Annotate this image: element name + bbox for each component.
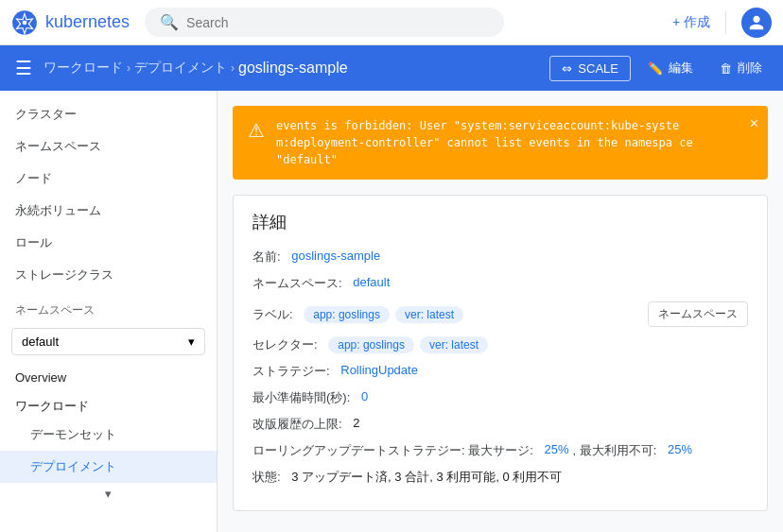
selector-tag-app: app: goslings — [328, 336, 414, 353]
labels-tags: app: goslings ver: latest — [304, 306, 463, 323]
topbar: kubernetes 🔍 + 作成 — [0, 0, 783, 45]
delete-icon: 🗑 — [720, 61, 732, 76]
delete-label: 削除 — [738, 60, 762, 77]
detail-strategy-row: ストラテジー: RollingUpdate — [252, 363, 748, 380]
detail-card: 詳細 名前: goslings-sample ネームスペース: default … — [233, 195, 768, 511]
account-icon — [748, 14, 765, 31]
namespace-section-label: ネームスペース — [0, 291, 217, 322]
sidebar-item-pv-label: 永続ボリューム — [15, 202, 101, 219]
logo: kubernetes — [11, 9, 130, 36]
sidebar-item-namespace-label: ネームスペース — [15, 138, 101, 155]
navbar: ☰ ワークロード › デプロイメント › goslings-sample ⇔ S… — [0, 45, 783, 91]
labels-label: ラベル: — [252, 306, 293, 323]
rolling-surge: 25% — [544, 442, 568, 456]
sidebar-item-deployment[interactable]: デプロイメント — [0, 451, 217, 483]
svg-point-1 — [23, 20, 27, 25]
detail-status-row: 状態: 3 アップデート済, 3 合計, 3 利用可能, 0 利用不可 — [252, 469, 748, 486]
revision-value: 2 — [353, 416, 359, 430]
detail-name-row: 名前: goslings-sample — [252, 249, 748, 266]
sidebar-item-role-label: ロール — [15, 234, 52, 251]
sidebar-item-node[interactable]: ノード — [0, 163, 217, 195]
scale-label: SCALE — [578, 61, 618, 76]
edit-label: 編集 — [669, 60, 693, 77]
name-value: goslings-sample — [291, 249, 380, 263]
chevron-down-icon: ▾ — [188, 335, 195, 349]
navbar-actions: ⇔ SCALE ✏️ 編集 🗑 削除 — [549, 54, 772, 82]
namespace-value: default — [22, 335, 59, 349]
edit-icon: ✏️ — [648, 61, 663, 76]
selector-tag-ver: ver: latest — [420, 336, 488, 353]
hamburger-button[interactable]: ☰ — [11, 53, 36, 83]
main-content: ⚠ events is forbidden: User "system:serv… — [218, 91, 783, 532]
sidebar-item-deploy-label: デプロイメント — [30, 458, 116, 475]
kubernetes-logo-icon — [11, 9, 38, 36]
revision-label: 改版履歴の上限: — [252, 416, 342, 433]
detail-rolling-row: ローリングアップデートストラテジー: 最大サージ: 25% , 最大利用不可: … — [252, 442, 748, 459]
breadcrumb-current: goslings-sample — [238, 60, 348, 77]
create-button[interactable]: + 作成 — [672, 14, 710, 31]
sidebar-item-namespace[interactable]: ネームスペース — [0, 130, 217, 163]
edit-button[interactable]: ✏️ 編集 — [638, 54, 703, 82]
name-label: 名前: — [252, 249, 281, 266]
status-label: 状態: — [252, 469, 281, 486]
breadcrumb-arrow-1: › — [127, 61, 130, 75]
warning-banner: ⚠ events is forbidden: User "system:serv… — [233, 106, 768, 180]
selector-tags: app: goslings ver: latest — [328, 336, 488, 353]
sidebar-item-storage-class[interactable]: ストレージクラス — [0, 259, 217, 291]
warning-close-button[interactable]: × — [750, 115, 758, 132]
logo-text: kubernetes — [45, 12, 130, 32]
label-tag-app: app: goslings — [304, 306, 390, 323]
strategy-value: RollingUpdate — [340, 363, 418, 377]
detail-namespace-row: ネームスペース: default — [252, 275, 748, 292]
scale-button[interactable]: ⇔ SCALE — [549, 56, 631, 81]
scroll-down-indicator: ▾ — [0, 483, 217, 505]
sidebar-item-daemon-set[interactable]: デーモンセット — [0, 419, 217, 451]
topbar-right: + 作成 — [672, 8, 772, 38]
sidebar-item-sc-label: ストレージクラス — [15, 266, 113, 283]
detail-min-ready-row: 最小準備時間(秒): 0 — [252, 389, 748, 406]
overview-label[interactable]: Overview — [0, 361, 217, 388]
search-input[interactable] — [186, 15, 489, 30]
search-icon: 🔍 — [160, 13, 179, 31]
detail-revision-row: 改版履歴の上限: 2 — [252, 416, 748, 433]
namespace-value: default — [353, 275, 390, 289]
detail-selector-row: セレクター: app: goslings ver: latest — [252, 336, 748, 353]
rolling-label: ローリングアップデートストラテジー: 最大サージ: — [252, 442, 533, 459]
rolling-comma: , 最大利用不可: — [573, 442, 657, 459]
workload-section-label: ワークロード — [0, 388, 217, 419]
scale-icon: ⇔ — [562, 61, 572, 76]
label-tag-ver: ver: latest — [395, 306, 463, 323]
search-box[interactable]: 🔍 — [145, 8, 504, 37]
sidebar-item-persistent-volume[interactable]: 永続ボリューム — [0, 195, 217, 227]
delete-button[interactable]: 🗑 削除 — [710, 54, 772, 82]
namespace-button[interactable]: ネームスペース — [648, 301, 748, 327]
breadcrumb-arrow-2: › — [231, 61, 235, 75]
namespace-label: ネームスペース: — [252, 275, 342, 292]
sidebar-item-role[interactable]: ロール — [0, 227, 217, 259]
namespace-select[interactable]: default ▾ — [11, 328, 205, 355]
strategy-label: ストラテジー: — [252, 363, 330, 380]
status-value: 3 アップデート済, 3 合計, 3 利用可能, 0 利用不可 — [291, 469, 562, 486]
detail-title: 詳細 — [252, 211, 748, 233]
sidebar: クラスター ネームスペース ノード 永続ボリューム ロール ストレージクラス ネ… — [0, 91, 218, 532]
min-ready-label: 最小準備時間(秒): — [252, 389, 350, 406]
sidebar-item-cluster-label: クラスター — [15, 106, 77, 123]
sidebar-item-node-label: ノード — [15, 170, 52, 187]
rolling-unavail: 25% — [668, 442, 692, 456]
sidebar-item-ds-label: デーモンセット — [30, 426, 116, 443]
user-avatar[interactable] — [741, 8, 772, 38]
breadcrumb-workload[interactable]: ワークロード — [44, 60, 123, 77]
warning-text: events is forbidden: User "system:servic… — [276, 117, 753, 168]
selector-label: セレクター: — [252, 336, 318, 353]
sidebar-item-cluster[interactable]: クラスター — [0, 98, 217, 130]
main-layout: クラスター ネームスペース ノード 永続ボリューム ロール ストレージクラス ネ… — [0, 91, 783, 532]
breadcrumb-deployment[interactable]: デプロイメント — [134, 60, 227, 77]
min-ready-value: 0 — [361, 389, 368, 403]
detail-labels-row: ラベル: app: goslings ver: latest ネームスペース — [252, 301, 748, 327]
warning-icon: ⚠ — [248, 119, 265, 142]
breadcrumb: ワークロード › デプロイメント › goslings-sample — [44, 60, 348, 77]
divider — [725, 11, 726, 34]
